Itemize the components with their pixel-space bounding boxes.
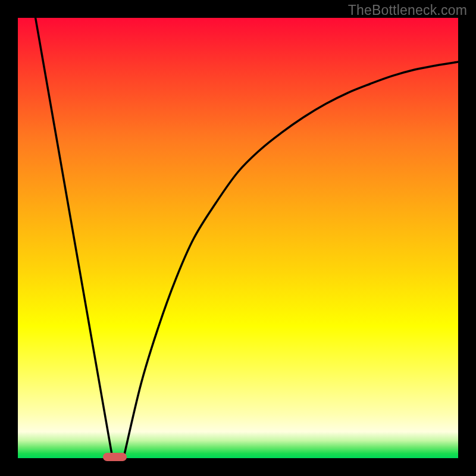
watermark-text: TheBottleneck.com [348,2,467,18]
bottleneck-marker [103,453,127,461]
series-right-curve [124,62,458,458]
chart-frame: TheBottleneck.com [0,0,476,476]
plot-area [18,18,458,458]
series-left-line [36,18,113,458]
chart-lines [18,18,458,458]
